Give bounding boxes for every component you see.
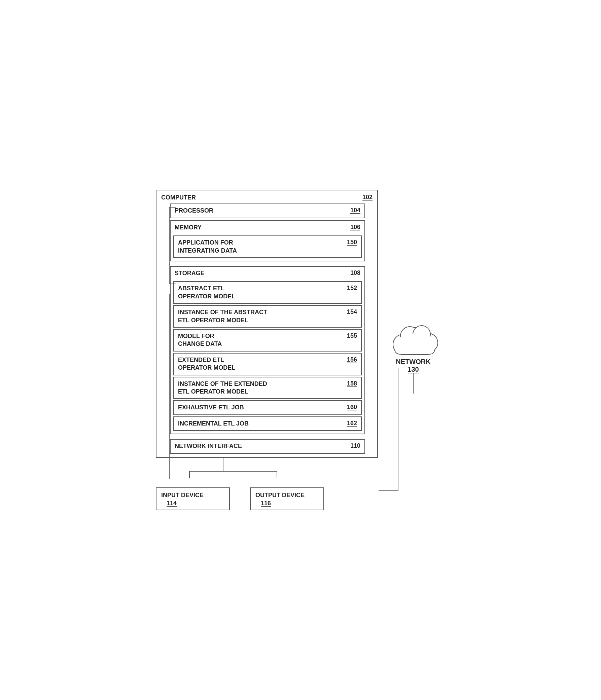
processor-label: PROCESSOR [175, 207, 213, 215]
app-label: APPLICATION FORINTEGRATING DATA [178, 239, 237, 255]
abstract-etl-label: ABSTRACT ETLOPERATOR MODEL [178, 284, 235, 300]
incremental-etl-num: 162 [347, 420, 357, 427]
network-interface-box: NETWORK INTERFACE 110 [170, 439, 365, 453]
computer-label: COMPUTER [161, 194, 196, 201]
network-interface-num: 110 [350, 442, 360, 449]
storage-num: 108 [350, 270, 360, 277]
extended-etl-num: 156 [347, 356, 357, 363]
exhaustive-etl-box: EXHAUSTIVE ETL JOB 160 [173, 400, 362, 415]
network-label: NETWORK [396, 358, 430, 366]
network-cloud-svg [385, 318, 442, 361]
exhaustive-etl-num: 160 [347, 404, 357, 411]
instance-extended-label: INSTANCE OF THE EXTENDEDETL OPERATOR MOD… [178, 380, 267, 396]
input-device-label: INPUT DEVICE [161, 492, 203, 499]
processor-num: 104 [350, 207, 360, 214]
model-change-num: 155 [347, 332, 357, 340]
app-box: APPLICATION FORINTEGRATING DATA 150 [173, 235, 362, 258]
model-change-box: MODEL FORCHANGE DATA 155 [173, 329, 362, 351]
output-device-box: OUTPUT DEVICE 116 [250, 488, 324, 510]
output-device-num: 116 [261, 500, 271, 507]
storage-label: STORAGE [175, 270, 205, 277]
instance-extended-num: 158 [347, 380, 357, 387]
instance-abstract-num: 154 [347, 308, 357, 316]
network-num: 130 [396, 366, 430, 373]
computer-box: COMPUTER 102 PROCESSOR 104 MEMORY 106 [156, 190, 378, 457]
instance-abstract-label: INSTANCE OF THE ABSTRACTETL OPERATOR MOD… [178, 308, 267, 324]
memory-label: MEMORY [175, 224, 201, 231]
abstract-etl-box: ABSTRACT ETLOPERATOR MODEL 152 [173, 281, 362, 304]
diagram-wrapper: COMPUTER 102 PROCESSOR 104 MEMORY 106 [156, 190, 445, 510]
instance-abstract-box: INSTANCE OF THE ABSTRACTETL OPERATOR MOD… [173, 305, 362, 328]
cloud-connector [412, 373, 415, 394]
storage-box: STORAGE 108 ABSTRACT ETLOPERATOR MODEL 1… [170, 266, 365, 434]
extended-etl-box: EXTENDED ETLOPERATOR MODEL 156 [173, 353, 362, 375]
incremental-etl-label: INCREMENTAL ETL JOB [178, 420, 249, 428]
input-device-num: 114 [167, 500, 177, 507]
exhaustive-etl-label: EXHAUSTIVE ETL JOB [178, 404, 244, 411]
extended-etl-label: EXTENDED ETLOPERATOR MODEL [178, 356, 235, 372]
memory-box: MEMORY 106 APPLICATION FORINTEGRATING DA… [170, 220, 365, 261]
processor-box: PROCESSOR 104 [170, 203, 365, 218]
connector-lines-svg [156, 458, 378, 478]
incremental-etl-box: INCREMENTAL ETL JOB 162 [173, 417, 362, 431]
input-device-box: INPUT DEVICE 114 [156, 488, 230, 510]
abstract-etl-num: 152 [347, 284, 357, 292]
network-interface-label: NETWORK INTERFACE [175, 442, 242, 450]
computer-num: 102 [362, 194, 372, 201]
instance-extended-box: INSTANCE OF THE EXTENDEDETL OPERATOR MOD… [173, 377, 362, 399]
app-num: 150 [347, 239, 357, 246]
output-device-label: OUTPUT DEVICE [256, 492, 305, 499]
model-change-label: MODEL FORCHANGE DATA [178, 332, 222, 348]
network-area: NETWORK 130 [381, 318, 445, 394]
io-row: INPUT DEVICE 114 OUTPUT DEVICE 116 [156, 488, 324, 510]
memory-num: 106 [350, 224, 360, 231]
